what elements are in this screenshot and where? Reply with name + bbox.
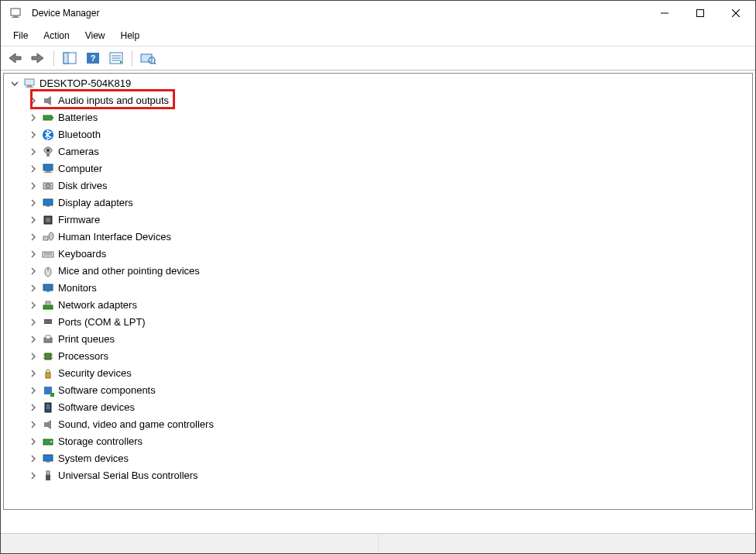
maximize-button[interactable] [682,2,718,25]
chevron-right-icon[interactable] [29,386,38,395]
minimize-button[interactable] [647,2,682,25]
svg-rect-2 [12,17,19,18]
tree-item-label: Bluetooth [58,126,101,143]
chevron-right-icon[interactable] [29,249,38,259]
tree-item[interactable]: Software components [4,382,752,399]
svg-rect-38 [46,205,50,207]
svg-rect-34 [44,172,52,173]
chevron-right-icon[interactable] [29,471,38,480]
chevron-right-icon[interactable] [29,181,38,191]
category-icon [41,418,55,432]
tree-item[interactable]: Print queues [4,331,752,348]
back-button[interactable] [5,50,24,67]
category-icon [41,162,55,176]
chevron-right-icon[interactable] [29,352,38,361]
chevron-right-icon[interactable] [29,198,38,208]
chevron-right-icon[interactable] [29,267,38,276]
svg-rect-10 [64,53,68,64]
tree-item[interactable]: Ports (COM & LPT) [4,314,752,331]
forward-button[interactable] [29,50,47,67]
tree-item[interactable]: Network adapters [4,297,752,314]
category-icon [41,128,55,142]
tree-item[interactable]: Firmware [4,212,752,229]
chevron-right-icon[interactable] [29,113,38,122]
category-icon [41,179,55,193]
tree-item[interactable]: Security devices [4,365,752,382]
chevron-right-icon[interactable] [29,232,38,242]
chevron-right-icon[interactable] [29,420,38,429]
tree-item[interactable]: Display adapters [4,194,752,212]
computer-icon [22,77,36,91]
category-icon [41,452,55,466]
chevron-right-icon[interactable] [29,215,38,225]
svg-marker-8 [32,53,43,63]
svg-rect-41 [43,236,48,240]
tree-item-label: Computer [58,160,102,177]
tree-item-label: Batteries [58,109,98,126]
window-title: Device Manager [32,8,99,19]
tree-item[interactable]: Monitors [4,280,752,297]
app-icon [9,6,22,20]
tree-root[interactable]: DESKTOP-504K819 [4,75,752,92]
tree-item[interactable]: Software devices [4,399,752,416]
tree-item[interactable]: Human Interface Devices [4,229,752,246]
tree-item[interactable]: Cameras [4,143,752,160]
menu-file[interactable]: File [7,27,34,44]
tree-item[interactable]: Sound, video and game controllers [4,416,752,433]
svg-rect-32 [43,164,53,170]
tree-item[interactable]: Universal Serial Bus controllers [4,467,752,484]
category-icon [41,315,55,329]
chevron-right-icon[interactable] [29,318,38,327]
chevron-down-icon[interactable] [10,79,19,88]
show-hide-console-button[interactable] [60,50,79,67]
category-icon [41,298,55,312]
toolbar-separator [132,50,132,66]
tree-item[interactable]: Keyboards [4,246,752,263]
category-icon [41,230,55,244]
svg-rect-49 [46,291,50,292]
chevron-right-icon[interactable] [29,130,38,139]
category-icon [41,366,55,380]
chevron-right-icon[interactable] [29,96,38,105]
menu-help[interactable]: Help [115,27,146,44]
tree-item[interactable]: Batteries [4,109,752,126]
tree-item-label: Network adapters [58,297,137,314]
tree-item[interactable]: Computer [4,160,752,177]
tree-item[interactable]: Disk drives [4,177,752,194]
category-icon [41,94,55,108]
svg-point-54 [49,321,50,322]
tree-item-label: Monitors [58,280,97,297]
close-button[interactable] [718,2,754,25]
tree-item-label: Storage controllers [58,433,143,450]
chevron-right-icon[interactable] [29,369,38,378]
menu-action[interactable]: Action [37,27,75,44]
svg-marker-25 [47,96,51,105]
chevron-right-icon[interactable] [29,454,38,463]
properties-button[interactable] [107,50,125,67]
tree-item-label: Sound, video and game controllers [58,416,214,433]
tree-item[interactable]: Audio inputs and outputs [4,92,752,109]
menu-view[interactable]: View [79,27,112,44]
chevron-right-icon[interactable] [29,437,38,446]
tree-item[interactable]: Processors [4,348,752,365]
category-icon [41,349,55,363]
chevron-right-icon[interactable] [29,403,38,412]
tree-item[interactable]: Mice and other pointing devices [4,263,752,280]
chevron-right-icon[interactable] [29,301,38,310]
tree-item-label: Firmware [58,212,100,229]
svg-rect-71 [43,455,53,461]
scan-hardware-button[interactable] [139,50,157,67]
chevron-right-icon[interactable] [29,284,38,293]
help-button[interactable]: ? [84,50,102,67]
tree-item[interactable]: System devices [4,450,752,467]
chevron-right-icon[interactable] [29,147,38,157]
svg-rect-26 [43,115,52,120]
tree-item[interactable]: Storage controllers [4,433,752,450]
menubar: File Action View Help [1,26,755,46]
tree-item[interactable]: Bluetooth [4,126,752,143]
svg-rect-67 [44,422,47,427]
chevron-right-icon[interactable] [29,164,38,174]
svg-rect-37 [43,199,53,205]
tree-item-label: Software components [58,382,156,399]
chevron-right-icon[interactable] [29,335,38,344]
